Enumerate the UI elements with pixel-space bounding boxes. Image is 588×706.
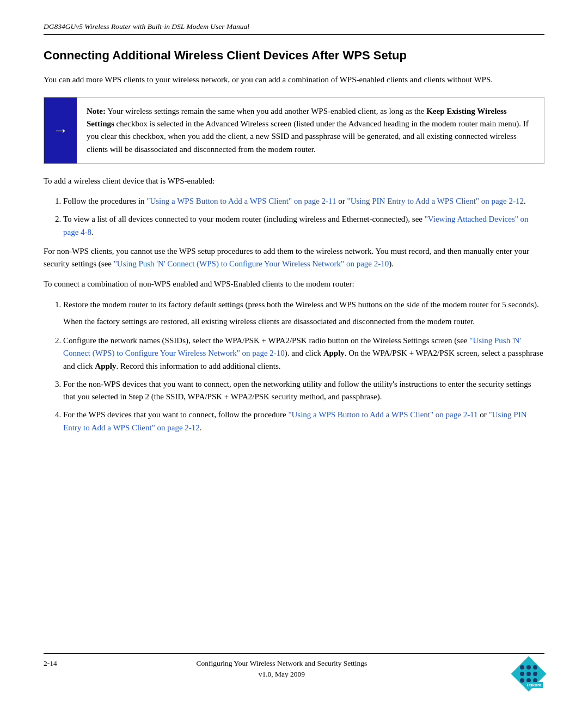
combo-step2-bold1: Apply — [323, 349, 345, 357]
combo-step4-link1[interactable]: "Using a WPS Button to Add a WPS Client"… — [288, 410, 477, 419]
arrow-icon: → — [53, 121, 68, 139]
note-label: Note: — [87, 107, 106, 115]
combo-intro: To connect a combination of non-WPS enab… — [44, 278, 544, 290]
combo-step1-main: Restore the modem router to its factory … — [63, 300, 539, 309]
combo-step2-bold2: Apply — [95, 362, 116, 370]
combo-step3-main: For the non-WPS devices that you want to… — [63, 380, 531, 401]
page-number: 2-14 — [44, 659, 57, 667]
combo-step-2: Configure the network names (SSIDs), sel… — [63, 334, 544, 373]
non-wps-paragraph: For non-WPS clients, you cannot use the … — [44, 245, 544, 271]
combo-step-4: For the WPS devices that you want to con… — [63, 409, 544, 434]
footer-center-block: Configuring Your Wireless Network and Se… — [57, 658, 506, 679]
footer-page-num: 2-14 — [44, 658, 57, 668]
combo-step4-mid: or — [478, 410, 489, 419]
page-header: DG834GUv5 Wireless Router with Built-in … — [44, 22, 544, 35]
wps-step1-before: Follow the procedures in — [63, 197, 146, 205]
combo-step4-after: . — [200, 423, 202, 432]
wps-step-1: Follow the procedures in "Using a WPS Bu… — [63, 195, 544, 208]
footer-right: Telkom — [506, 658, 544, 690]
header-text: DG834GUv5 Wireless Router with Built-in … — [44, 22, 249, 31]
footer-row: 2-14 Configuring Your Wireless Network a… — [44, 658, 544, 690]
combo-step2-after: . Record this information to add additio… — [117, 362, 281, 370]
wps-steps-list: Follow the procedures in "Using a WPS Bu… — [63, 195, 544, 239]
telkom-logo: Telkom — [513, 658, 544, 690]
combo-step4-before: For the WPS devices that you want to con… — [63, 410, 288, 419]
wps-step1-link2[interactable]: "Using PIN Entry to Add a WPS Client" on… — [347, 197, 524, 205]
note-content: Note: Your wireless settings remain the … — [77, 98, 544, 163]
intro-paragraph: You can add more WPS clients to your wir… — [44, 74, 544, 86]
wps-intro: To add a wireless client device that is … — [44, 175, 544, 187]
footer-divider — [44, 653, 544, 654]
wps-step1-mid: or — [336, 197, 347, 205]
wps-step1-after: . — [524, 197, 526, 205]
combo-step2-before: Configure the network names (SSIDs), sel… — [63, 336, 469, 345]
footer-center-text: Configuring Your Wireless Network and Se… — [57, 658, 506, 668]
note-text1: Your wireless settings remain the same w… — [106, 107, 426, 115]
wps-step2-after: . — [91, 228, 94, 236]
wps-step2-before: To view a list of all devices connected … — [63, 215, 425, 223]
note-icon-cell: → — [44, 98, 77, 163]
note-text2: checkbox is selected in the Advanced Wir… — [87, 119, 529, 154]
non-wps-link1[interactable]: "Using Push 'N' Connect (WPS) to Configu… — [114, 259, 389, 268]
combo-step2-mid: ). and click — [285, 349, 323, 357]
combo-step-3: For the non-WPS devices that you want to… — [63, 378, 544, 404]
telkom-label: Telkom — [525, 682, 543, 688]
page-footer: 2-14 Configuring Your Wireless Network a… — [44, 653, 544, 690]
wps-step1-link1[interactable]: "Using a WPS Button to Add a WPS Client"… — [146, 197, 336, 205]
non-wps-text-after: ). — [389, 259, 394, 268]
page-title: Connecting Additional Wireless Client De… — [44, 48, 544, 64]
wps-step-2: To view a list of all devices connected … — [63, 213, 544, 239]
page: DG834GUv5 Wireless Router with Built-in … — [0, 0, 588, 706]
note-box: → Note: Your wireless settings remain th… — [44, 97, 544, 164]
combo-steps-list: Restore the modem router to its factory … — [63, 299, 544, 434]
combo-step1-note: When the factory settings are restored, … — [63, 315, 544, 328]
footer-version: v1.0, May 2009 — [57, 670, 506, 679]
combo-step-1: Restore the modem router to its factory … — [63, 299, 544, 328]
